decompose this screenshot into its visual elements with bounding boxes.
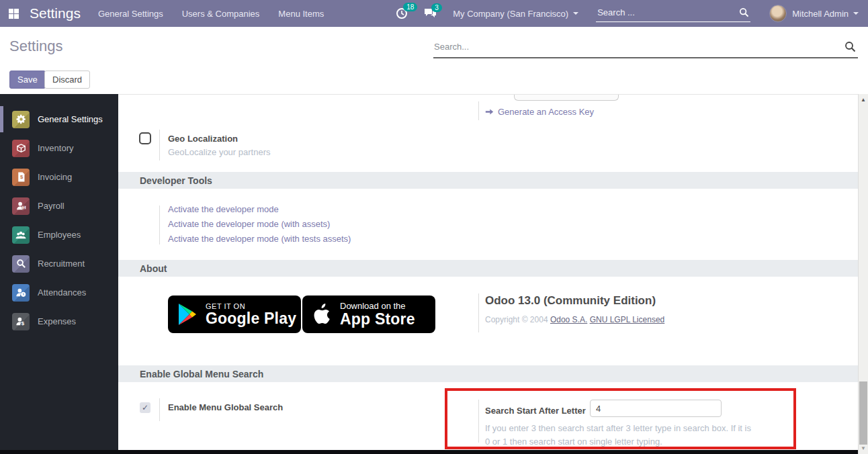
sidebar-item-label: Invoicing (38, 172, 72, 182)
sidebar-item-invoicing[interactable]: $ Invoicing (0, 163, 118, 191)
magnifier-icon (12, 255, 30, 273)
divider (159, 206, 160, 244)
enable-menu-global-search-label[interactable]: Enable Menu Global Search (168, 402, 283, 412)
svg-text:$: $ (21, 320, 24, 326)
user-menu[interactable]: Mitchell Admin (792, 9, 859, 19)
section-header-global-menu-search: Enable Global Menu Search (118, 365, 858, 382)
app-title[interactable]: Settings (30, 5, 81, 21)
avatar[interactable] (769, 5, 787, 22)
svg-text:$: $ (23, 206, 25, 210)
geo-localization-checkbox[interactable] (139, 132, 151, 144)
apps-grid-icon (9, 9, 19, 19)
nav-item-users-companies[interactable]: Users & Companies (182, 9, 260, 19)
sidebar-item-expenses[interactable]: $ Expenses (0, 307, 118, 336)
chevron-down-icon (853, 12, 859, 15)
divider (159, 130, 160, 161)
sidebar-item-label: Recruitment (38, 259, 85, 269)
access-key-field-partial[interactable] (514, 95, 619, 101)
google-play-badge[interactable]: GET IT ON Google Play (168, 296, 301, 333)
sidebar-item-label: General Settings (38, 114, 103, 124)
sidebar-item-general-settings[interactable]: General Settings (0, 105, 118, 134)
app-store-tagline: Download on the (340, 301, 415, 311)
gear-icon (12, 111, 30, 128)
apple-icon (312, 302, 332, 326)
scroll-down-arrow-icon[interactable]: ▼ (859, 445, 868, 451)
bottom-bar (0, 450, 858, 454)
gnu-lgpl-link[interactable]: GNU LGPL Licensed (590, 315, 665, 324)
geo-localization-title[interactable]: Geo Localization (168, 134, 238, 144)
settings-sidebar: General Settings Inventory $ Invoicing $… (0, 94, 118, 450)
attendance-icon (12, 284, 30, 302)
divider (478, 293, 479, 332)
nav-menu: General Settings Users & Companies Menu … (98, 9, 324, 19)
copyright-text: Copyright © 2004 (485, 315, 550, 324)
divider (159, 398, 160, 421)
highlighted-region: Search Start After Letter If you enter 3… (445, 388, 796, 449)
divider (478, 101, 479, 120)
section-header-developer-tools: Developer Tools (118, 172, 858, 189)
content-search (433, 39, 858, 58)
scroll-up-arrow-icon[interactable]: ▲ (859, 97, 868, 103)
sidebar-item-label: Attendances (38, 287, 86, 298)
copyright-line: Copyright © 2004 Odoo S.A. GNU LGPL Lice… (485, 315, 664, 324)
company-switcher[interactable]: My Company (San Francisco) (453, 9, 578, 19)
search-start-after-letter-input[interactable] (590, 400, 722, 417)
settings-form: Generate an Access Key Geo Localization … (118, 94, 858, 450)
google-play-tagline: GET IT ON (206, 302, 296, 310)
section-header-about: About (118, 260, 858, 277)
discard-button[interactable]: Discard (44, 71, 90, 89)
content-search-input[interactable] (433, 39, 858, 58)
messages-button[interactable]: 3 (424, 8, 437, 19)
user-name: Mitchell Admin (792, 9, 849, 19)
sidebar-item-inventory[interactable]: Inventory (0, 134, 118, 163)
navbar-search (596, 5, 750, 22)
scrollbar-thumb[interactable] (859, 381, 867, 445)
nav-item-general-settings[interactable]: General Settings (98, 9, 163, 19)
sidebar-item-recruitment[interactable]: Recruitment (0, 249, 118, 278)
navbar-search-input[interactable] (596, 5, 750, 22)
activate-dev-mode-assets-link[interactable]: Activate the developer mode (with assets… (168, 219, 351, 229)
company-name: My Company (San Francisco) (453, 9, 568, 19)
sidebar-item-label: Inventory (38, 143, 73, 153)
sidebar-item-employees[interactable]: Employees (0, 220, 118, 249)
odoo-sa-link[interactable]: Odoo S.A. (550, 315, 587, 324)
arrow-right-icon (485, 107, 494, 116)
divider (478, 400, 479, 443)
sidebar-item-label: Payroll (38, 201, 64, 211)
app-store-badge[interactable]: Download on the App Store (302, 296, 435, 333)
top-navbar: Settings General Settings Users & Compan… (0, 0, 868, 27)
generate-access-key-link[interactable]: Generate an Access Key (485, 107, 594, 117)
box-icon (12, 140, 30, 157)
app-store-label: App Store (340, 311, 415, 328)
activate-dev-mode-link[interactable]: Activate the developer mode (168, 204, 351, 214)
enable-menu-global-search-checkbox[interactable]: ✓ (140, 402, 150, 413)
activities-button[interactable]: 18 (396, 7, 408, 19)
search-start-after-letter-label: Search Start After Letter (485, 406, 586, 416)
svg-text:$: $ (20, 174, 24, 180)
google-play-icon (177, 303, 198, 326)
activities-badge: 18 (403, 3, 417, 11)
sidebar-item-payroll[interactable]: $ Payroll (0, 191, 118, 220)
vertical-scrollbar[interactable]: ▲ ▼ (858, 94, 868, 454)
help-text-line2: 0 or 1 then search start on single lette… (485, 437, 662, 447)
payroll-icon: $ (12, 197, 30, 215)
search-icon[interactable] (739, 7, 749, 17)
geo-localization-subtitle: GeoLocalize your partners (168, 147, 270, 157)
control-panel: Settings Save Discard (0, 27, 868, 94)
messages-badge: 3 (431, 3, 442, 12)
page-title: Settings (9, 38, 63, 55)
sidebar-item-label: Expenses (38, 316, 76, 326)
nav-item-menu-items[interactable]: Menu Items (278, 9, 324, 19)
expense-icon: $ (12, 313, 30, 330)
sidebar-item-label: Employees (38, 230, 81, 240)
generate-access-key-label: Generate an Access Key (498, 107, 594, 117)
save-button[interactable]: Save (9, 71, 46, 89)
activate-dev-mode-tests-link[interactable]: Activate the developer mode (with tests … (168, 234, 351, 244)
apps-menu-button[interactable] (0, 0, 27, 27)
employees-icon (12, 226, 30, 244)
search-icon[interactable] (844, 41, 856, 52)
sidebar-item-attendances[interactable]: Attendances (0, 278, 118, 307)
chevron-down-icon (573, 12, 578, 15)
invoice-icon: $ (12, 169, 30, 186)
odoo-version: Odoo 13.0 (Community Edition) (485, 294, 656, 308)
